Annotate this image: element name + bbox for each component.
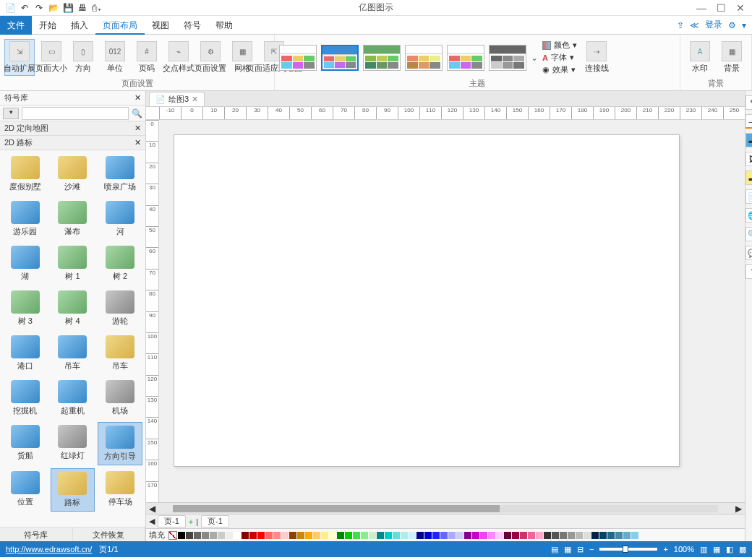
minimize-icon[interactable]: —	[696, 2, 706, 14]
color-swatch[interactable]	[313, 532, 320, 539]
tool-comment[interactable]: 💬	[745, 246, 752, 260]
zoom-label[interactable]: 100%	[674, 545, 694, 553]
view-mode-3-icon[interactable]: ⊟	[577, 545, 584, 554]
tool-globe[interactable]: 🌐	[745, 208, 752, 223]
theme-color-button[interactable]: 颜色▾	[542, 40, 577, 51]
status-icon-2[interactable]: ▦	[713, 545, 720, 554]
color-swatch[interactable]	[409, 532, 416, 539]
color-swatch[interactable]	[329, 532, 336, 539]
color-swatch[interactable]	[297, 532, 304, 539]
page-add-icon[interactable]: +	[189, 517, 193, 526]
color-swatch[interactable]	[591, 532, 599, 539]
theme-2[interactable]	[321, 45, 359, 71]
page-num-button[interactable]: #页码	[132, 40, 162, 75]
color-swatch[interactable]	[289, 532, 296, 539]
color-swatch[interactable]	[488, 532, 495, 539]
tab-help[interactable]: 帮助	[208, 16, 240, 35]
color-swatch[interactable]	[472, 532, 479, 539]
theme-6[interactable]	[489, 45, 526, 71]
shape-瀑布[interactable]: 瀑布	[51, 198, 95, 240]
search-input[interactable]	[22, 107, 129, 120]
tab-insert[interactable]: 插入	[64, 16, 95, 35]
color-swatch[interactable]	[607, 532, 615, 539]
page-size-button[interactable]: ▭页面大小	[36, 40, 67, 75]
qat-undo[interactable]: ↶	[19, 2, 30, 14]
color-swatch[interactable]	[361, 532, 368, 539]
color-swatch[interactable]	[281, 532, 289, 539]
color-swatch[interactable]	[424, 532, 432, 539]
color-swatch[interactable]	[448, 532, 456, 539]
tool-note[interactable]: ▬	[745, 171, 752, 185]
doc-tab-close-icon[interactable]: ✕	[192, 95, 198, 104]
color-swatch[interactable]	[552, 532, 559, 539]
maximize-icon[interactable]: ☐	[717, 2, 726, 14]
color-swatch[interactable]	[353, 532, 360, 539]
cloud-icon[interactable]: ⇪	[677, 20, 684, 30]
no-fill-icon[interactable]	[168, 531, 177, 540]
qat-save[interactable]: 💾	[62, 2, 74, 14]
theme-1[interactable]	[279, 45, 317, 71]
color-swatch[interactable]	[369, 532, 376, 539]
category-2d-map[interactable]: 2D 定向地图✕	[0, 121, 145, 136]
qat-new[interactable]: 📄	[4, 2, 16, 14]
status-icon-3[interactable]: ◧	[726, 545, 733, 554]
color-swatch[interactable]	[249, 532, 257, 539]
connector-button[interactable]: ⇢连接线	[581, 40, 612, 75]
color-swatch[interactable]	[615, 532, 623, 539]
color-swatch[interactable]	[464, 532, 471, 539]
shape-pane[interactable]: 度假别墅沙滩喷泉广场游乐园瀑布河湖树 1树 2树 3树 4游轮港口吊车吊车挖掘机…	[0, 150, 145, 527]
tool-fill[interactable]: ▬	[745, 133, 752, 147]
color-swatch[interactable]	[416, 532, 424, 539]
zoom-in-icon[interactable]: +	[663, 545, 667, 553]
shape-度假别墅[interactable]: 度假别墅	[3, 153, 48, 195]
color-swatch[interactable]	[194, 532, 201, 539]
color-swatch[interactable]	[432, 532, 440, 539]
color-swatch[interactable]	[321, 532, 328, 539]
color-swatch[interactable]	[544, 532, 551, 539]
color-swatch[interactable]	[599, 532, 607, 539]
color-swatch[interactable]	[623, 532, 631, 539]
shape-方向引导[interactable]: 方向引导	[98, 422, 142, 465]
color-swatch[interactable]	[337, 532, 344, 539]
share-icon[interactable]: ≪	[690, 20, 699, 30]
dropdown-icon[interactable]: ▾	[742, 20, 746, 30]
cross-style-button[interactable]: ⌁交点样式	[163, 40, 194, 75]
auto-extend-button[interactable]: ⇲自动扩展	[4, 39, 35, 76]
status-icon-1[interactable]: ▥	[700, 545, 707, 554]
shape-河[interactable]: 河	[98, 198, 142, 240]
library-picker[interactable]: ▾	[3, 108, 19, 119]
color-swatch[interactable]	[385, 532, 392, 539]
color-swatch[interactable]	[218, 532, 225, 539]
tab-page-layout[interactable]: 页面布局	[95, 16, 145, 35]
zoom-out-icon[interactable]: −	[589, 545, 594, 553]
shape-喷泉广场[interactable]: 喷泉广场	[98, 153, 142, 195]
tool-line[interactable]: ―	[745, 114, 752, 129]
login-button[interactable]: 登录	[705, 19, 722, 31]
color-swatch[interactable]	[496, 532, 503, 539]
color-swatch[interactable]	[568, 532, 575, 539]
tool-format[interactable]: ✎	[745, 95, 752, 110]
shape-树 2[interactable]: 树 2	[98, 243, 142, 285]
color-swatch[interactable]	[631, 532, 638, 539]
shape-树 1[interactable]: 树 1	[51, 243, 95, 285]
color-swatch[interactable]	[440, 532, 448, 539]
view-mode-2-icon[interactable]: ▦	[564, 545, 571, 554]
theme-more-icon[interactable]: ⌄	[531, 53, 538, 63]
color-swatch[interactable]	[257, 532, 265, 539]
color-swatch[interactable]	[528, 532, 535, 539]
page-tab-1[interactable]: 页-1	[158, 515, 186, 527]
shape-沙滩[interactable]: 沙滩	[51, 153, 95, 195]
color-swatch[interactable]	[480, 532, 487, 539]
gear-icon[interactable]: ⚙	[728, 20, 736, 30]
color-swatch[interactable]	[186, 532, 193, 539]
close-icon[interactable]: ✕	[134, 138, 141, 147]
shape-机场[interactable]: 机场	[98, 377, 142, 419]
theme-4[interactable]	[405, 45, 443, 71]
shape-挖掘机[interactable]: 挖掘机	[3, 377, 48, 419]
shape-游乐园[interactable]: 游乐园	[3, 198, 48, 240]
color-swatch[interactable]	[536, 532, 543, 539]
shape-树 4[interactable]: 树 4	[51, 288, 95, 329]
qat-redo[interactable]: ↷	[33, 2, 45, 14]
tab-file[interactable]: 文件	[0, 16, 32, 35]
watermark-button[interactable]: A水印	[685, 40, 715, 75]
